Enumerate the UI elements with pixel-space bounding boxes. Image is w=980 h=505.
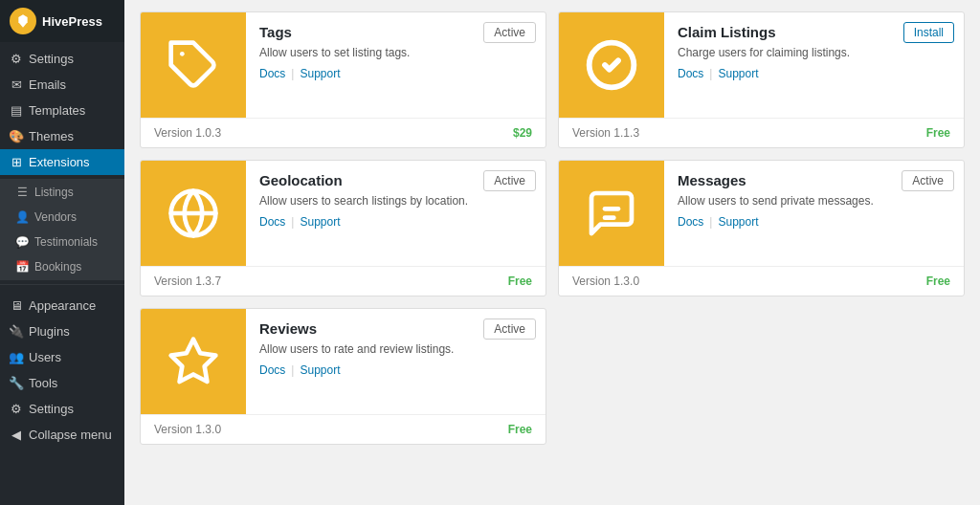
extensions-grid: Tags Allow users to set listing tags. Do… — [140, 11, 965, 445]
ext-btn-geolocation[interactable]: Active — [483, 170, 536, 191]
sidebar-item-testimonials[interactable]: 💬 Testimonials — [0, 230, 124, 254]
brand-name: HivePress — [42, 14, 102, 29]
ext-info-tags: Tags Allow users to set listing tags. Do… — [246, 12, 546, 118]
ext-footer-geolocation: Version 1.3.7 Free — [141, 266, 546, 296]
vendors-icon: 👤 — [15, 210, 29, 224]
ext-version-tags: Version 1.0.3 — [154, 126, 221, 140]
sidebar-item-emails[interactable]: ✉ Emails — [0, 72, 124, 98]
sidebar-item-collapse[interactable]: ◀ Collapse menu — [0, 422, 124, 448]
ext-footer-reviews: Version 1.3.0 Free — [141, 414, 546, 444]
ext-version-reviews: Version 1.3.0 — [154, 423, 221, 436]
sidebar-brand[interactable]: HivePress — [0, 0, 124, 42]
collapse-icon: ◀ — [10, 428, 23, 442]
ext-version-messages: Version 1.3.0 — [572, 274, 639, 288]
ext-icon-reviews — [141, 309, 246, 414]
ext-docs-geolocation[interactable]: Docs — [259, 215, 285, 229]
bookings-icon: 📅 — [15, 260, 29, 274]
sidebar-item-appearance[interactable]: 🖥 Appearance — [0, 293, 124, 318]
ext-sep-messages: | — [709, 215, 712, 229]
ext-sep-tags: | — [291, 67, 294, 80]
tools-icon: 🔧 — [10, 377, 23, 390]
ext-support-tags[interactable]: Support — [300, 67, 340, 80]
ext-support-messages[interactable]: Support — [718, 215, 758, 229]
sidebar-item-settings2[interactable]: ⚙ Settings — [0, 396, 124, 422]
ext-info-reviews: Reviews Allow users to rate and review l… — [246, 309, 546, 414]
users-icon: 👥 — [10, 351, 23, 364]
sidebar: HivePress ⚙ Settings ✉ Emails ▤ Template… — [0, 0, 124, 505]
plugins-icon: 🔌 — [10, 325, 23, 339]
ext-icon-messages — [559, 161, 664, 266]
settings-icon: ⚙ — [10, 53, 23, 66]
ext-support-geolocation[interactable]: Support — [300, 215, 340, 229]
extensions-icon: ⊞ — [10, 156, 23, 169]
extension-card-geolocation: Geolocation Allow users to search listin… — [140, 160, 546, 296]
ext-docs-reviews[interactable]: Docs — [259, 363, 285, 377]
ext-btn-claim[interactable]: Install — [903, 22, 954, 43]
sidebar-item-listings[interactable]: ☰ Listings — [0, 180, 124, 205]
ext-icon-tags — [141, 12, 246, 118]
ext-price-reviews: Free — [508, 423, 532, 436]
ext-sep-geolocation: | — [291, 215, 294, 229]
extension-card-tags: Tags Allow users to set listing tags. Do… — [140, 11, 546, 148]
testimonials-icon: 💬 — [15, 235, 29, 249]
ext-desc-tags: Allow users to set listing tags. — [259, 46, 534, 59]
sidebar-bottom-section: 🖥 Appearance 🔌 Plugins 👥 Users 🔧 Tools ⚙… — [0, 289, 124, 451]
sidebar-item-settings[interactable]: ⚙ Settings — [0, 46, 124, 72]
ext-docs-claim[interactable]: Docs — [678, 67, 703, 80]
ext-info-claim: Claim Listings Charge users for claiming… — [664, 12, 964, 118]
appearance-icon: 🖥 — [10, 299, 23, 313]
ext-desc-messages: Allow users to send private messages. — [678, 194, 952, 208]
ext-footer-claim: Version 1.1.3 Free — [559, 118, 964, 147]
sidebar-submenu: ☰ Listings 👤 Vendors 💬 Testimonials 📅 Bo… — [0, 179, 124, 280]
brand-logo — [10, 8, 36, 34]
ext-price-messages: Free — [926, 274, 950, 288]
ext-links-claim: Docs | Support — [678, 67, 952, 80]
ext-card-body: Tags Allow users to set listing tags. Do… — [141, 12, 546, 118]
ext-links-reviews: Docs | Support — [259, 363, 534, 377]
ext-info-messages: Messages Allow users to send private mes… — [664, 161, 964, 266]
ext-card-body: Reviews Allow users to rate and review l… — [141, 309, 546, 414]
ext-footer-messages: Version 1.3.0 Free — [559, 266, 964, 296]
ext-support-reviews[interactable]: Support — [300, 363, 340, 377]
ext-icon-claim — [559, 12, 664, 118]
sidebar-item-templates[interactable]: ▤ Templates — [0, 98, 124, 123]
themes-icon: 🎨 — [10, 130, 23, 143]
ext-docs-messages[interactable]: Docs — [678, 215, 703, 229]
ext-sep-reviews: | — [291, 363, 294, 377]
ext-links-geolocation: Docs | Support — [259, 215, 534, 229]
extension-card-claim: Claim Listings Charge users for claiming… — [558, 11, 965, 148]
ext-docs-tags[interactable]: Docs — [259, 67, 285, 80]
ext-btn-tags[interactable]: Active — [483, 22, 536, 43]
main-content: Tags Allow users to set listing tags. Do… — [124, 0, 980, 505]
sidebar-item-users[interactable]: 👥 Users — [0, 344, 124, 370]
ext-card-body: Geolocation Allow users to search listin… — [141, 161, 546, 266]
settings2-icon: ⚙ — [10, 403, 23, 416]
ext-sep-claim: | — [709, 67, 712, 80]
sidebar-item-tools[interactable]: 🔧 Tools — [0, 370, 124, 396]
ext-support-claim[interactable]: Support — [718, 67, 758, 80]
ext-icon-geolocation — [141, 161, 246, 266]
sidebar-top-section: ⚙ Settings ✉ Emails ▤ Templates 🎨 Themes… — [0, 42, 124, 179]
ext-card-body: Messages Allow users to send private mes… — [559, 161, 964, 266]
sidebar-item-plugins[interactable]: 🔌 Plugins — [0, 318, 124, 344]
svg-marker-0 — [18, 14, 27, 27]
ext-price-claim: Free — [926, 126, 950, 140]
ext-card-body: Claim Listings Charge users for claiming… — [559, 12, 964, 118]
ext-btn-messages[interactable]: Active — [902, 170, 954, 191]
emails-icon: ✉ — [10, 78, 23, 92]
extension-card-reviews: Reviews Allow users to rate and review l… — [140, 308, 546, 445]
ext-price-tags: $29 — [513, 126, 532, 140]
ext-links-tags: Docs | Support — [259, 67, 534, 80]
ext-version-geolocation: Version 1.3.7 — [154, 274, 221, 288]
ext-desc-reviews: Allow users to rate and review listings. — [259, 342, 534, 356]
listings-icon: ☰ — [15, 186, 29, 199]
ext-desc-geolocation: Allow users to search listings by locati… — [259, 194, 534, 208]
sidebar-item-bookings[interactable]: 📅 Bookings — [0, 254, 124, 279]
sidebar-item-vendors[interactable]: 👤 Vendors — [0, 205, 124, 230]
ext-info-geolocation: Geolocation Allow users to search listin… — [246, 161, 546, 266]
ext-price-geolocation: Free — [508, 274, 532, 288]
sidebar-item-themes[interactable]: 🎨 Themes — [0, 123, 124, 149]
ext-version-claim: Version 1.1.3 — [572, 126, 639, 140]
sidebar-item-extensions[interactable]: ⊞ Extensions — [0, 149, 124, 175]
ext-btn-reviews[interactable]: Active — [483, 318, 536, 340]
